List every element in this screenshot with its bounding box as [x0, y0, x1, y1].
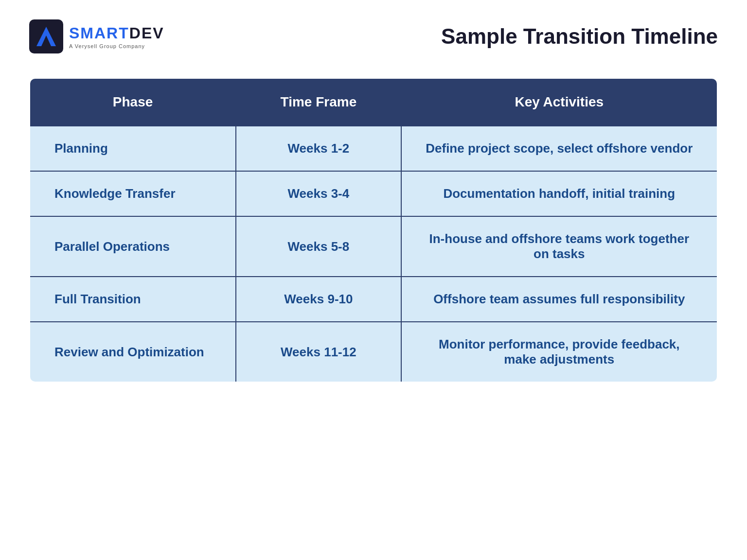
- phase-cell: Parallel Operations: [30, 216, 236, 277]
- phase-cell: Review and Optimization: [30, 322, 236, 382]
- phase-cell: Planning: [30, 126, 236, 171]
- smartdev-logo-icon: [29, 19, 63, 53]
- timeframe-cell: Weeks 5-8: [236, 216, 401, 277]
- header: SMARTDEV A Verysell Group Company Sample…: [29, 19, 718, 53]
- logo-text: SMARTDEV A Verysell Group Company: [69, 24, 164, 49]
- col-phase-header: Phase: [30, 78, 236, 126]
- logo-name-part2: DEV: [129, 24, 164, 42]
- activities-cell: Define project scope, select offshore ve…: [401, 126, 717, 171]
- activities-cell: In-house and offshore teams work togethe…: [401, 216, 717, 277]
- table-row: Knowledge TransferWeeks 3-4Documentation…: [30, 171, 717, 216]
- logo-name-part1: SMART: [69, 24, 129, 42]
- timeframe-cell: Weeks 1-2: [236, 126, 401, 171]
- timeframe-cell: Weeks 3-4: [236, 171, 401, 216]
- activities-cell: Monitor performance, provide feedback, m…: [401, 322, 717, 382]
- logo-name: SMARTDEV: [69, 24, 164, 42]
- logo-subtitle: A Verysell Group Company: [69, 43, 164, 49]
- table-row: PlanningWeeks 1-2Define project scope, s…: [30, 126, 717, 171]
- logo-area: SMARTDEV A Verysell Group Company: [29, 19, 164, 53]
- col-timeframe-header: Time Frame: [236, 78, 401, 126]
- svg-rect-0: [29, 19, 63, 53]
- activities-cell: Documentation handoff, initial training: [401, 171, 717, 216]
- timeframe-cell: Weeks 9-10: [236, 277, 401, 322]
- col-activities-header: Key Activities: [401, 78, 717, 126]
- table-row: Review and OptimizationWeeks 11-12Monito…: [30, 322, 717, 382]
- timeline-table: Phase Time Frame Key Activities Planning…: [29, 78, 718, 383]
- page-title: Sample Transition Timeline: [441, 24, 718, 49]
- activities-cell: Offshore team assumes full responsibilit…: [401, 277, 717, 322]
- table-header-row: Phase Time Frame Key Activities: [30, 78, 717, 126]
- table-row: Full TransitionWeeks 9-10Offshore team a…: [30, 277, 717, 322]
- phase-cell: Knowledge Transfer: [30, 171, 236, 216]
- table-row: Parallel OperationsWeeks 5-8In-house and…: [30, 216, 717, 277]
- phase-cell: Full Transition: [30, 277, 236, 322]
- timeframe-cell: Weeks 11-12: [236, 322, 401, 382]
